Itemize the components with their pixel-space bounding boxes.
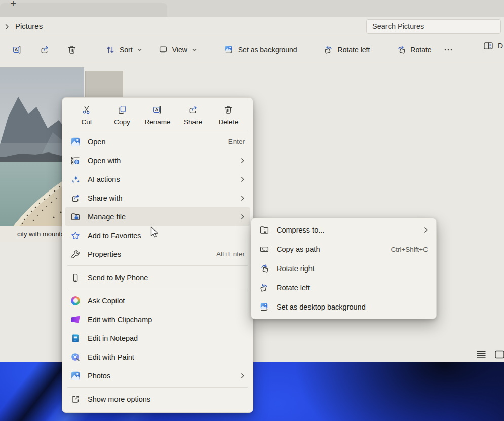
ai-actions-icon <box>70 174 81 184</box>
details-view-icon[interactable] <box>476 350 487 359</box>
rename-icon <box>12 45 22 55</box>
view-icon <box>158 45 168 55</box>
copy-as-path-icon <box>259 244 269 254</box>
sort-icon <box>105 45 115 55</box>
menu-item-send-to-my-phone[interactable]: Send to My Phone <box>62 268 253 287</box>
cut-icon <box>82 105 92 115</box>
submenu-chevron-icon <box>240 372 245 379</box>
menu-item-edit-with-paint[interactable]: Edit with Paint <box>62 348 253 366</box>
command-toolbar: Sort View <box>0 36 504 63</box>
menu-item-share-with[interactable]: Share with <box>62 188 253 207</box>
manage-file-icon <box>70 212 81 222</box>
menu-separator <box>67 265 248 266</box>
menu-item-open[interactable]: Open Enter <box>62 132 253 151</box>
copy-button[interactable]: Copy <box>107 105 137 126</box>
delete-icon <box>223 105 234 115</box>
adjacent-photo-tile[interactable] <box>85 71 123 99</box>
copy-label: Copy <box>114 118 130 126</box>
manage-file-submenu: Compress to... Copy as path Ctrl+Shift+C… <box>251 218 437 319</box>
menu-item-label: Photos <box>88 372 110 380</box>
rename-button[interactable] <box>7 41 27 59</box>
menu-item-label: Share with <box>88 194 123 202</box>
menu-item-edit-in-notepad[interactable]: Edit in Notepad <box>62 329 253 348</box>
context-menu: Cut Copy Rename <box>62 97 253 413</box>
menu-item-properties[interactable]: Properties Alt+Enter <box>62 245 253 263</box>
menu-item-label: Edit with Clipchamp <box>88 316 152 324</box>
submenu-item-rotate-right[interactable]: Rotate right <box>251 259 436 278</box>
cut-button[interactable]: Cut <box>71 105 102 126</box>
submenu-chevron-icon <box>240 195 245 202</box>
show-more-options-icon <box>70 394 81 404</box>
menu-item-photos[interactable]: Photos <box>62 366 253 385</box>
submenu-chevron-icon <box>240 157 245 164</box>
menu-item-show-more-options[interactable]: Show more options <box>62 390 253 408</box>
share-button[interactable] <box>34 41 55 59</box>
menu-item-ai-actions[interactable]: AI actions <box>62 170 253 188</box>
menu-item-manage-file[interactable]: Manage file <box>65 207 250 226</box>
rotate-left-button[interactable]: Rotate left <box>319 41 375 59</box>
set-as-background-button[interactable]: Set as background <box>219 41 302 59</box>
sort-button[interactable]: Sort <box>100 41 148 59</box>
submenu-item-copy-as-path[interactable]: Copy as path Ctrl+Shift+C <box>251 240 436 259</box>
submenu-item-compress-to[interactable]: Compress to... <box>251 220 436 240</box>
address-bar: Pictures Search Pictures <box>0 17 504 36</box>
tab-bar: + <box>0 0 504 17</box>
rotate-left-label: Rotate left <box>338 46 370 54</box>
delete-button[interactable] <box>62 41 82 59</box>
submenu-item-label: Copy as path <box>277 245 320 253</box>
see-more-button[interactable] <box>440 41 457 59</box>
favorites-star-icon <box>70 231 81 241</box>
submenu-chevron-icon <box>423 226 428 234</box>
search-input[interactable]: Search Pictures <box>366 19 501 34</box>
submenu-item-set-as-desktop-background[interactable]: Set as desktop background <box>251 297 436 317</box>
rotate-right-icon <box>396 45 406 55</box>
set-as-desktop-background-icon <box>259 302 269 312</box>
submenu-item-label: Rotate left <box>277 284 310 292</box>
cut-label: Cut <box>81 118 92 126</box>
details-pane-button[interactable]: D <box>483 41 503 51</box>
submenu-chevron-icon <box>240 176 245 183</box>
rotate-label: Rotate <box>410 46 431 54</box>
share-icon <box>188 105 198 115</box>
chevron-down-icon <box>137 47 143 53</box>
chevron-down-icon <box>191 47 198 53</box>
rotate-button[interactable]: Rotate <box>391 41 436 59</box>
status-bar-view-toggles <box>476 350 498 359</box>
menu-item-open-with[interactable]: Open with <box>62 151 253 170</box>
properties-wrench-icon <box>70 249 81 259</box>
rename-button[interactable]: Rename <box>142 105 173 126</box>
menu-separator <box>67 289 248 289</box>
compress-icon <box>259 225 269 235</box>
rotate-left-icon <box>324 45 334 55</box>
large-icons-view-icon[interactable] <box>495 350 504 359</box>
submenu-item-rotate-left[interactable]: Rotate left <box>251 278 436 297</box>
view-button[interactable]: View <box>153 41 203 59</box>
paint-icon <box>70 352 81 362</box>
menu-item-label: Send to My Phone <box>88 274 148 282</box>
menu-item-edit-with-clipchamp[interactable]: Edit with Clipchamp <box>62 310 253 329</box>
copilot-icon <box>70 296 81 306</box>
phone-icon <box>70 273 81 283</box>
new-tab-button[interactable]: + <box>7 0 19 10</box>
active-tab[interactable] <box>0 3 167 17</box>
set-as-background-icon <box>224 45 234 55</box>
menu-item-shortcut: Enter <box>228 138 245 145</box>
submenu-chevron-icon <box>240 213 245 220</box>
rotate-left-icon <box>259 283 269 293</box>
share-button[interactable]: Share <box>178 105 208 126</box>
submenu-item-label: Rotate right <box>277 264 315 273</box>
menu-item-shortcut: Alt+Enter <box>216 250 245 258</box>
menu-item-ask-copilot[interactable]: Ask Copilot <box>62 291 253 310</box>
delete-icon <box>67 45 77 55</box>
sort-label: Sort <box>120 46 133 54</box>
menu-item-label: Edit in Notepad <box>88 334 138 342</box>
menu-item-label: Open with <box>88 157 121 165</box>
breadcrumb[interactable]: Pictures <box>15 22 43 30</box>
breadcrumb-chevron-icon <box>4 23 10 30</box>
details-pane-icon <box>483 41 493 51</box>
delete-button[interactable]: Delete <box>213 105 244 126</box>
share-with-icon <box>70 193 81 203</box>
quick-actions-row: Cut Copy Rename <box>62 101 253 128</box>
view-label: View <box>172 46 187 54</box>
menu-item-label: Add to Favorites <box>88 232 141 240</box>
